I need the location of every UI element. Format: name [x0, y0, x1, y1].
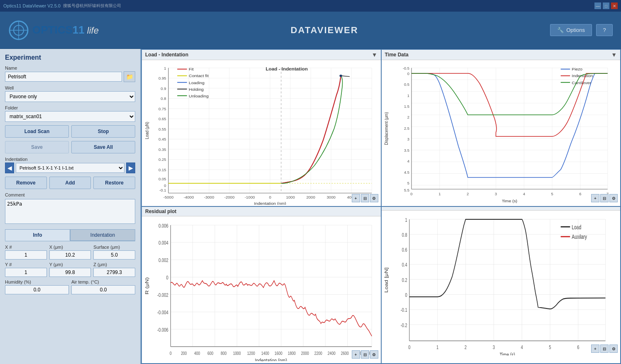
x-um-group: X (μm): [49, 245, 91, 260]
svg-text:1800: 1800: [288, 351, 296, 356]
x-um-input[interactable]: [49, 250, 91, 260]
svg-text:-0.1: -0.1: [400, 307, 407, 313]
logo-text: OPTICS11 life: [32, 24, 99, 36]
svg-text:-0.5: -0.5: [402, 66, 409, 70]
svg-text:Indentation: Indentation: [572, 74, 593, 78]
well-label: Well: [5, 85, 135, 90]
svg-text:0.05: 0.05: [158, 177, 166, 181]
chart-load-indentation-body: Fit Contact fit Loading Holding Unloadin…: [142, 60, 381, 205]
chart-time-data: Time Data ▼ Piezo Indentation Cantilever: [382, 50, 621, 206]
chart-load-zoom-in[interactable]: +: [591, 345, 599, 353]
chart-load-indentation-controls: + ⊟ ⚙: [352, 194, 378, 202]
add-button[interactable]: Add: [49, 177, 91, 189]
header-title: DATAVIEWER: [291, 25, 358, 36]
air-temp-group: Air temp. (°C): [71, 279, 135, 294]
chart-time-data-dropdown[interactable]: ▼: [611, 51, 617, 58]
chart-zoom-in-button[interactable]: +: [352, 194, 360, 202]
logo-area: OPTICS11 life: [8, 20, 99, 41]
chart-load-settings[interactable]: ⚙: [609, 345, 618, 353]
humidity-input[interactable]: [5, 285, 69, 294]
svg-text:-1000: -1000: [245, 195, 255, 199]
air-temp-input[interactable]: [71, 285, 135, 294]
svg-text:Load [μN]: Load [μN]: [384, 267, 389, 293]
minimize-button[interactable]: —: [594, 2, 601, 9]
svg-text:0: 0: [164, 184, 166, 187]
save-buttons-row: Save Save All: [5, 141, 135, 153]
svg-point-72: [339, 75, 342, 77]
save-all-button[interactable]: Save All: [71, 141, 135, 153]
svg-text:0.95: 0.95: [158, 77, 166, 80]
svg-text:-0.002: -0.002: [157, 292, 168, 298]
indentation-select[interactable]: Petrisoft S-1 X-1 Y-1 I-1.txt: [16, 163, 124, 173]
svg-text:0.25: 0.25: [158, 158, 166, 162]
svg-text:6: 6: [577, 344, 579, 350]
svg-text:2000: 2000: [301, 351, 309, 356]
y-hash-label: Y #: [5, 262, 47, 267]
maximize-button[interactable]: □: [603, 2, 609, 9]
well-select[interactable]: Pavone only: [5, 91, 135, 102]
comment-group: Comment 25kPa: [5, 192, 135, 225]
svg-text:1: 1: [438, 192, 441, 197]
tab-info[interactable]: Info: [5, 229, 70, 241]
y-hash-input[interactable]: [5, 268, 47, 277]
svg-text:2000: 2000: [306, 195, 315, 199]
x-um-label: X (μm): [49, 245, 91, 250]
chart-residual-controls: + ⊟ ⚙: [352, 350, 378, 359]
remove-button[interactable]: Remove: [5, 177, 47, 189]
chart-load-zoom-out[interactable]: ⊟: [600, 345, 609, 353]
options-button[interactable]: 🔧 Options: [550, 24, 592, 36]
chart-load-indentation-dropdown[interactable]: ▼: [372, 51, 377, 58]
chart-time-settings[interactable]: ⚙: [609, 194, 618, 202]
chart-load-time-body: Load Auxilary: [382, 211, 621, 355]
header-buttons: 🔧 Options ?: [550, 24, 613, 36]
load-scan-button[interactable]: Load Scan: [5, 125, 69, 138]
chart-time-zoom-out[interactable]: ⊟: [600, 194, 609, 202]
tab-indentation[interactable]: Indentation: [70, 229, 135, 241]
chart-residual-zoom-in[interactable]: +: [352, 350, 360, 359]
chart-zoom-out-button[interactable]: ⊟: [361, 194, 369, 202]
chart-residual-settings[interactable]: ⚙: [370, 350, 378, 359]
z-um-input[interactable]: [93, 268, 135, 277]
svg-text:1200: 1200: [247, 351, 255, 356]
help-label: ?: [603, 27, 606, 33]
name-input[interactable]: [5, 72, 122, 82]
save-button[interactable]: Save: [5, 141, 69, 153]
svg-text:Piezo: Piezo: [572, 67, 582, 72]
folder-button[interactable]: 📁: [124, 71, 135, 82]
logo-icon: [8, 20, 29, 41]
svg-text:2: 2: [407, 116, 409, 120]
svg-text:3000: 3000: [326, 195, 335, 199]
restore-button[interactable]: Restore: [93, 177, 135, 189]
svg-text:1000: 1000: [233, 351, 241, 356]
comment-textarea[interactable]: 25kPa: [5, 199, 135, 224]
y-um-input[interactable]: [49, 268, 91, 277]
name-label: Name: [5, 66, 135, 70]
svg-text:5: 5: [549, 344, 551, 350]
svg-text:2200: 2200: [314, 351, 322, 356]
prev-indentation-button[interactable]: ◀: [5, 163, 14, 173]
well-group: Well Pavone only: [5, 85, 135, 102]
surface-input[interactable]: [93, 250, 135, 260]
next-indentation-button[interactable]: ▶: [126, 163, 135, 173]
title-bar-watermark: 搜狐号@杭州轩辕科技有限公司: [63, 3, 121, 9]
svg-text:-0.1: -0.1: [159, 188, 166, 192]
chart-time-zoom-in[interactable]: +: [591, 194, 599, 202]
help-button[interactable]: ?: [596, 24, 613, 36]
section-title: Experiment: [5, 54, 135, 61]
folder-select[interactable]: matrix_scan01: [5, 111, 135, 122]
svg-text:0.65: 0.65: [158, 117, 166, 121]
chart-load-indentation: Load - Indentation ▼ Fit Contact fit Lo: [142, 50, 381, 206]
stop-button[interactable]: Stop: [71, 125, 135, 138]
svg-text:0: 0: [166, 275, 168, 280]
chart-residual-zoom-out[interactable]: ⊟: [361, 350, 369, 359]
svg-text:0.15: 0.15: [158, 168, 166, 172]
svg-text:5: 5: [407, 181, 409, 185]
air-temp-label: Air temp. (°C): [71, 279, 135, 284]
x-hash-group: X #: [5, 245, 47, 260]
chart-load-time: Load Auxilary: [382, 207, 621, 363]
svg-text:Load (μN): Load (μN): [144, 122, 149, 139]
svg-text:200: 200: [181, 351, 187, 356]
close-button[interactable]: ✕: [611, 2, 618, 9]
x-hash-input[interactable]: [5, 250, 47, 260]
chart-settings-button[interactable]: ⚙: [370, 194, 378, 202]
